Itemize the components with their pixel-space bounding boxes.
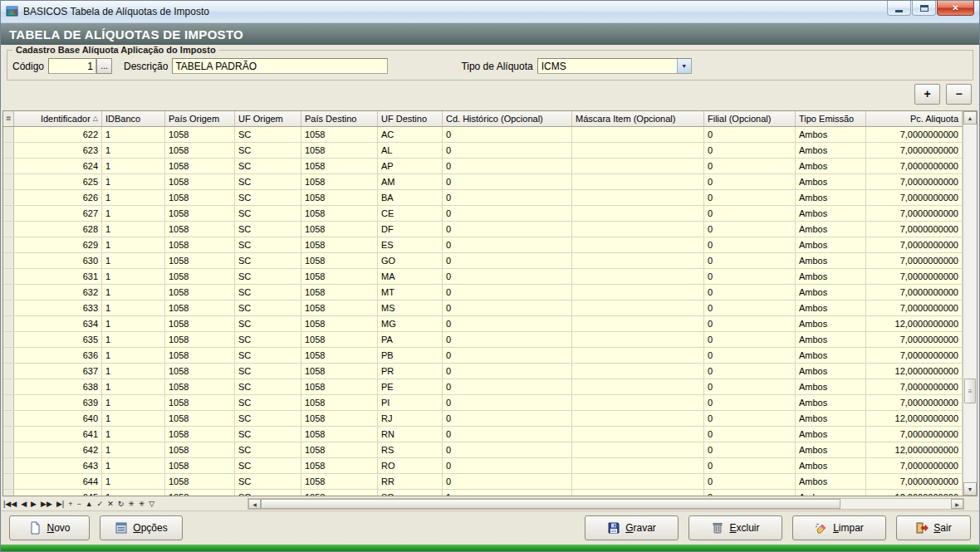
grid-cell[interactable]: 1 (102, 143, 165, 158)
column-header[interactable]: Filial (Opcional) (704, 111, 796, 126)
grid-cell[interactable]: 0 (704, 269, 796, 284)
scroll-right-button[interactable]: ▶ (951, 499, 963, 509)
grid-cell[interactable]: 634 (14, 316, 102, 331)
grid-cell[interactable]: 0 (443, 316, 572, 331)
grid-cell[interactable]: 1 (102, 237, 165, 252)
grid-cell[interactable]: 7,0000000000 (866, 427, 963, 442)
grid-cell[interactable] (572, 253, 704, 268)
limpar-button[interactable]: Limpar (792, 515, 886, 540)
titlebar[interactable]: BASICOS Tabela de Alíquotas de Imposto ✕ (1, 1, 979, 23)
grid-cell[interactable]: Ambos (796, 253, 866, 268)
grid-cell[interactable]: 1058 (301, 206, 378, 221)
grid-cell[interactable] (572, 332, 704, 347)
table-row[interactable]: 63711058SC1058PR00Ambos12,0000000000 (3, 364, 963, 379)
table-row[interactable]: 62211058SC1058AC00Ambos7,0000000000 (3, 127, 963, 143)
grid-cell[interactable]: 1058 (165, 348, 235, 363)
grid-cell[interactable]: Ambos (796, 222, 866, 237)
table-row[interactable]: 63811058SC1058PE00Ambos7,0000000000 (3, 379, 963, 395)
table-row[interactable]: 64111058SC1058RN00Ambos7,0000000000 (3, 427, 963, 442)
grid-cell[interactable]: RJ (378, 411, 443, 426)
grid-cell[interactable] (572, 269, 704, 284)
grid-cell[interactable]: 1058 (165, 143, 235, 158)
grid-cell[interactable]: 0 (443, 253, 572, 268)
table-row[interactable]: 64211058SC1058RS00Ambos12,0000000000 (3, 442, 963, 458)
column-header[interactable]: Pc. Aliquota (866, 111, 963, 126)
grid-cell[interactable]: 0 (443, 190, 572, 205)
grid-cell[interactable]: SC (235, 174, 301, 189)
grid-cell[interactable]: 1058 (165, 190, 235, 205)
grid-cell[interactable]: Ambos (796, 190, 866, 205)
horizontal-scrollbar[interactable]: ◀ ▶ (247, 498, 964, 510)
grid-cell[interactable]: Ambos (796, 143, 866, 158)
grid-cell[interactable]: 1058 (301, 143, 378, 158)
nav-next-page-button[interactable]: ▶▶ (41, 501, 52, 508)
grid-cell[interactable]: AL (378, 143, 443, 158)
grid-cell[interactable]: 0 (704, 364, 796, 379)
grid-cell[interactable]: Ambos (796, 474, 866, 489)
nav-next-button[interactable]: ▶ (31, 501, 37, 508)
nav-post-button[interactable]: ✓ (97, 501, 104, 508)
vscroll-thumb[interactable]: ≡ (964, 379, 976, 403)
column-header[interactable]: Tipo Emissão (796, 111, 866, 126)
grid-cell[interactable]: 0 (704, 442, 796, 457)
grid-cell[interactable]: 641 (14, 427, 102, 442)
grid-cell[interactable] (572, 159, 704, 173)
table-row[interactable]: 63411058SC1058MG00Ambos12,0000000000 (3, 316, 963, 332)
grid-cell[interactable] (572, 395, 704, 410)
grid-cell[interactable]: SC (235, 332, 301, 347)
grid-cell[interactable]: 1058 (301, 490, 378, 496)
grid-cell[interactable]: 1058 (301, 348, 378, 363)
grid-cell[interactable]: 0 (704, 411, 796, 426)
grid-cell[interactable]: SC (378, 490, 443, 496)
grid-cell[interactable]: Ambos (796, 395, 866, 410)
grid-cell[interactable]: Ambos (796, 458, 866, 473)
grid-cell[interactable]: 1058 (165, 364, 235, 379)
grid-cell[interactable]: SC (235, 269, 301, 284)
grid-cell[interactable]: Ambos (796, 174, 866, 189)
grid-cell[interactable]: 1058 (165, 411, 235, 426)
grid-cell[interactable]: 1 (102, 474, 165, 489)
grid-cell[interactable]: 639 (14, 395, 102, 410)
grid-cell[interactable]: 636 (14, 348, 102, 363)
grid-cell[interactable]: 637 (14, 364, 102, 379)
grid-cell[interactable]: 0 (443, 237, 572, 252)
grid-cell[interactable]: SC (235, 395, 301, 410)
grid-cell[interactable]: 0 (443, 269, 572, 284)
scroll-left-button[interactable]: ◀ (248, 499, 261, 509)
grid-cell[interactable] (572, 285, 704, 300)
grid-cell[interactable]: RR (378, 474, 443, 489)
hscroll-track[interactable] (261, 499, 951, 509)
grid-cell[interactable]: 12,0000000000 (866, 490, 963, 496)
grid-cell[interactable]: Ambos (796, 411, 866, 426)
grid-cell[interactable]: 1 (102, 174, 165, 189)
grid-cell[interactable]: 1058 (165, 427, 235, 442)
grid-cell[interactable]: SC (235, 127, 301, 142)
grid-cell[interactable] (572, 190, 704, 205)
grid-cell[interactable]: SC (235, 285, 301, 300)
grid-cell[interactable]: 631 (14, 269, 102, 284)
grid-cell[interactable]: BA (378, 190, 443, 205)
grid-cell[interactable]: 0 (704, 300, 796, 315)
grid-cell[interactable]: 644 (14, 474, 102, 489)
grid-cell[interactable]: 1058 (165, 159, 235, 173)
grid-cell[interactable]: 0 (704, 490, 796, 496)
grid-cell[interactable]: 1058 (165, 474, 235, 489)
grid-cell[interactable]: 1058 (165, 332, 235, 347)
grid-cell[interactable]: 0 (704, 458, 796, 473)
grid-cell[interactable]: 0 (704, 379, 796, 394)
table-row[interactable]: 63311058SC1058MS00Ambos7,0000000000 (3, 300, 963, 316)
grid-cell[interactable]: 7,0000000000 (866, 253, 963, 268)
grid-cell[interactable]: 1 (102, 411, 165, 426)
table-row[interactable]: 63911058SC1058PI00Ambos7,0000000000 (3, 395, 963, 411)
grid-cell[interactable]: 7,0000000000 (866, 348, 963, 363)
grid-cell[interactable]: 0 (443, 348, 572, 363)
grid-cell[interactable]: 632 (14, 285, 102, 300)
grid-cell[interactable]: 1 (102, 253, 165, 268)
nav-bookmark-save-button[interactable]: ✳ (128, 501, 135, 508)
grid-cell[interactable]: RS (378, 442, 443, 457)
grid-cell[interactable] (572, 300, 704, 315)
grid-cell[interactable]: GO (378, 253, 443, 268)
grid-cell[interactable]: PB (378, 348, 443, 363)
grid-cell[interactable]: 0 (704, 159, 796, 173)
grid-cell[interactable]: 1058 (301, 285, 378, 300)
